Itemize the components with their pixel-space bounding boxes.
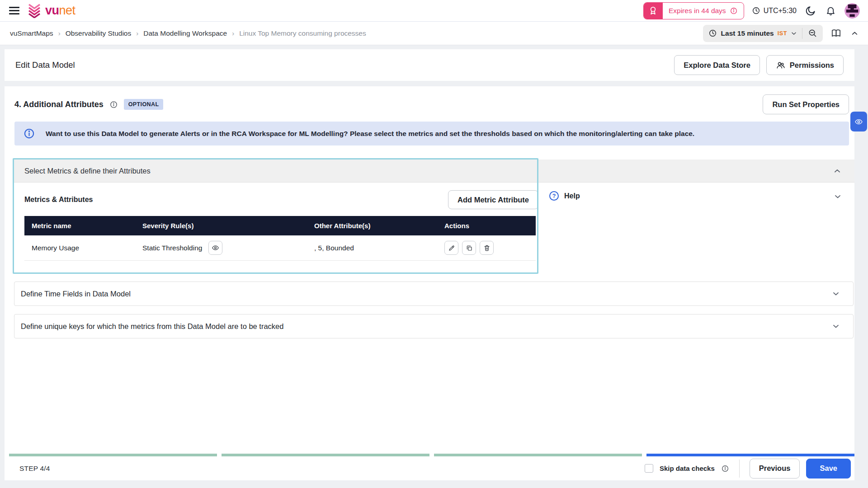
chevron-up-icon: [850, 29, 859, 38]
users-icon: [776, 61, 785, 70]
skip-data-checks-checkbox[interactable]: [645, 464, 653, 473]
documentation-button[interactable]: [830, 27, 842, 39]
info-icon: [730, 7, 738, 15]
unique-keys-section-toggle[interactable]: Define unique keys for which the metrics…: [14, 314, 854, 338]
explore-data-store-button[interactable]: Explore Data Store: [674, 55, 760, 75]
top-header: vunet Expires in 44 days UTC+5:30: [0, 0, 868, 22]
save-button[interactable]: Save: [806, 459, 851, 479]
help-label: Help: [564, 192, 580, 200]
breadcrumb-separator: ›: [136, 29, 138, 37]
time-range-timezone: IST: [778, 30, 787, 37]
info-banner: Want to use this Data Model to generate …: [14, 122, 849, 145]
column-header-actions: Actions: [437, 216, 536, 235]
wizard-footer: STEP 4/4 Skip data checks Previous Save: [5, 456, 854, 480]
trash-icon: [483, 244, 491, 252]
hamburger-menu-icon[interactable]: [8, 5, 20, 16]
time-fields-section-label: Define Time Fields in Data Model: [21, 290, 131, 298]
page-title: Edit Data Model: [15, 60, 75, 70]
metrics-table: Metric name Severity Rule(s) Other Attri…: [24, 216, 536, 261]
help-section-toggle[interactable]: Help: [549, 191, 854, 201]
logo-text: vunet: [45, 5, 75, 17]
time-range-selector[interactable]: Last 15 minutes IST: [708, 29, 797, 38]
select-metrics-section-label: Select Metrics & define their Attributes: [24, 167, 151, 175]
chevron-down-icon: [831, 289, 840, 298]
edit-metric-button[interactable]: [444, 241, 458, 255]
dark-mode-toggle[interactable]: [804, 5, 817, 17]
medal-icon: [644, 3, 663, 19]
chevron-up-icon[interactable]: [833, 166, 842, 175]
info-icon: [24, 128, 35, 139]
column-header-metric-name: Metric name: [24, 216, 135, 235]
time-range-group: Last 15 minutes IST: [703, 25, 823, 42]
metrics-attributes-panel: Metrics & Attributes Add Metric Attribut…: [14, 183, 538, 274]
clock-icon: [752, 6, 760, 15]
run-set-properties-button[interactable]: Run Set Properties: [763, 94, 849, 114]
metric-name-link[interactable]: Memory Usage: [24, 235, 135, 261]
chevron-down-icon[interactable]: [833, 192, 842, 201]
metrics-attributes-title: Metrics & Attributes: [24, 196, 93, 204]
timezone-indicator: UTC+5:30: [752, 6, 797, 15]
time-fields-section-toggle[interactable]: Define Time Fields in Data Model: [14, 282, 854, 306]
license-expiry-badge[interactable]: Expires in 44 days: [643, 2, 744, 19]
eye-icon: [212, 244, 219, 252]
breadcrumb-item-current-page: Linux Top Memory consuming processes: [239, 29, 366, 38]
main-content-card: 4. Additional Attributes OPTIONAL Run Se…: [5, 86, 854, 480]
breadcrumb-bar: vuSmartMaps › Observability Studios › Da…: [0, 22, 868, 45]
duplicate-metric-button[interactable]: [462, 241, 476, 255]
breadcrumb-item-vusmartmaps[interactable]: vuSmartMaps: [10, 29, 53, 38]
info-banner-text: Want to use this Data Model to generate …: [46, 130, 694, 138]
breadcrumb-item-observability-studios[interactable]: Observability Studios: [66, 29, 132, 38]
help-panel: Help: [538, 183, 854, 274]
time-range-label: Last 15 minutes: [721, 29, 774, 38]
step-indicator: STEP 4/4: [19, 465, 50, 473]
user-avatar[interactable]: [844, 3, 860, 19]
breadcrumb-separator: ›: [58, 29, 61, 37]
vunet-logo[interactable]: vunet: [28, 4, 75, 18]
severity-rule-value: Static Thresholding: [142, 244, 202, 252]
info-icon[interactable]: [721, 465, 729, 473]
column-header-severity-rules: Severity Rule(s): [135, 216, 307, 235]
license-expiry-text: Expires in 44 days: [669, 7, 726, 15]
optional-badge: OPTIONAL: [124, 99, 164, 110]
unique-keys-section-label: Define unique keys for which the metrics…: [21, 322, 283, 331]
table-row: Memory Usage Static Thresholding: [24, 235, 536, 261]
permissions-button[interactable]: Permissions: [766, 55, 844, 75]
zoom-out-icon: [808, 28, 817, 38]
skip-data-checks-label: Skip data checks: [660, 465, 715, 472]
column-header-other-attributes: Other Attribute(s): [307, 216, 437, 235]
zoom-out-time-button[interactable]: [808, 28, 817, 38]
add-metric-attribute-button[interactable]: Add Metric Attribute: [448, 190, 538, 209]
breadcrumb: vuSmartMaps › Observability Studios › Da…: [10, 29, 366, 38]
vunet-chevron-icon: [28, 4, 41, 18]
bell-icon: [826, 5, 836, 16]
breadcrumb-separator: ›: [232, 29, 234, 37]
copy-icon: [466, 244, 473, 252]
select-metrics-section-header[interactable]: Select Metrics & define their Attributes: [14, 160, 854, 183]
eye-icon: [854, 117, 863, 126]
delete-metric-button[interactable]: [480, 241, 494, 255]
book-icon: [831, 28, 841, 38]
moon-icon: [805, 5, 816, 16]
breadcrumb-item-data-modelling-workspace[interactable]: Data Modelling Workspace: [143, 29, 227, 38]
info-icon[interactable]: [109, 100, 118, 109]
chevron-down-icon: [790, 30, 797, 37]
chevron-down-icon: [831, 322, 840, 331]
pencil-icon: [448, 244, 455, 252]
select-metrics-section: Select Metrics & define their Attributes…: [14, 160, 854, 274]
other-attributes-value: , 5, Bounded: [307, 235, 437, 261]
step-section-title: 4. Additional Attributes: [14, 100, 104, 109]
previous-button[interactable]: Previous: [750, 459, 800, 479]
question-circle-icon: [549, 191, 559, 201]
view-severity-rule-button[interactable]: [208, 241, 222, 255]
collapse-bar-button[interactable]: [849, 28, 860, 38]
page-title-card: Edit Data Model Explore Data Store Permi…: [5, 49, 854, 81]
notifications-button[interactable]: [825, 5, 837, 17]
clock-icon: [708, 29, 717, 38]
preview-toggle-button[interactable]: [850, 112, 867, 131]
